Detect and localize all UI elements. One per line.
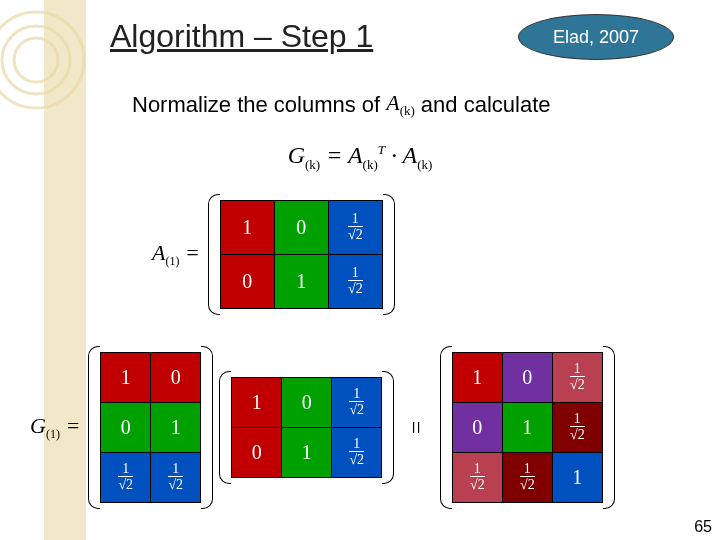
sentence-var: A(k) xyxy=(386,90,415,119)
sentence-part1: Normalize the columns of xyxy=(132,92,380,118)
label-G1: G(1) = xyxy=(30,413,80,442)
equals-rotated: = xyxy=(404,421,431,435)
slide-number: 65 xyxy=(694,518,712,536)
matrix-G-right: 101√2011√21√21√21 xyxy=(442,348,613,507)
matrix-A-mid: 101√2011√2 xyxy=(221,373,392,482)
svg-point-3 xyxy=(14,38,58,82)
page-title: Algorithm – Step 1 xyxy=(110,18,373,55)
matrix-A-top: 101√2011√2 xyxy=(210,196,393,313)
matrix-G-left: 10011√21√2 xyxy=(90,348,211,507)
svg-point-1 xyxy=(0,12,84,108)
row-top: A(1) = 101√2011√2 xyxy=(152,196,393,313)
row-bottom: G(1) = 10011√21√2 101√2011√2 = 101√2011√… xyxy=(30,348,613,507)
svg-point-2 xyxy=(2,26,70,94)
equation-center: G(k) = A(k)T · A(k) xyxy=(0,142,720,173)
citation-badge: Elad, 2007 xyxy=(518,14,674,60)
label-A1: A(1) = xyxy=(152,240,200,269)
sentence: Normalize the columns of A(k) and calcul… xyxy=(132,90,551,119)
sentence-part2: and calculate xyxy=(421,92,551,118)
